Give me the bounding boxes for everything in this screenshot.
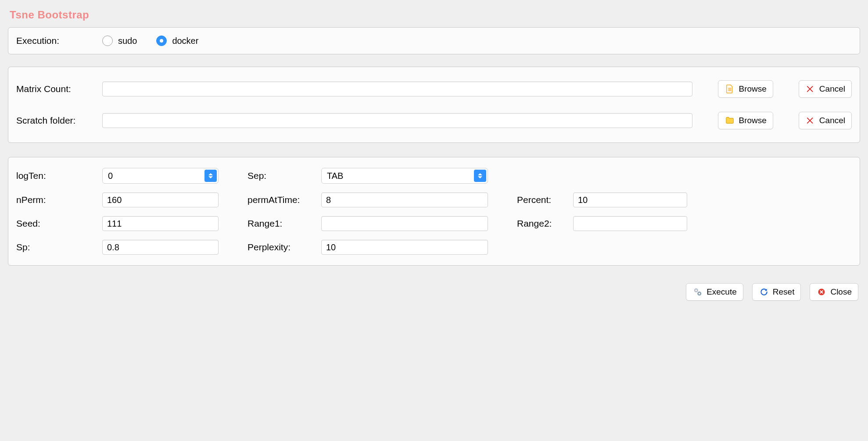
select-value: 0 [108,171,113,181]
button-label: Cancel [819,84,845,94]
nperm-input[interactable] [102,192,219,207]
footer-bar: Execute Reset Close [8,280,860,301]
seed-input[interactable] [102,216,219,231]
page-title: Tsne Bootstrap [8,5,860,27]
permattime-label: permAtTime: [247,195,313,205]
perplexity-label: Perplexity: [247,242,313,253]
cancel-x-icon [805,115,816,126]
scratch-cancel-button[interactable]: Cancel [799,112,852,129]
matrix-count-label: Matrix Count: [16,84,94,94]
range1-input[interactable] [321,216,488,231]
button-label: Browse [739,116,766,125]
logten-label: logTen: [16,171,94,181]
scratch-folder-label: Scratch folder: [16,115,94,126]
sep-label: Sep: [247,171,313,181]
file-icon [725,84,735,94]
sp-input[interactable] [102,240,219,255]
close-button[interactable]: Close [810,283,858,301]
execute-button[interactable]: Execute [686,283,743,301]
button-label: Browse [739,84,766,94]
scratch-browse-button[interactable]: Browse [718,112,773,129]
svg-point-1 [696,290,697,292]
execution-label: Execution: [16,36,94,46]
button-label: Reset [773,287,795,297]
seed-label: Seed: [16,218,94,229]
execution-panel: Execution: sudo docker [8,27,860,54]
nperm-label: nPerm: [16,195,94,205]
matrix-browse-button[interactable]: Browse [718,80,773,98]
button-label: Execute [707,287,737,297]
radio-label: docker [172,36,198,46]
scratch-folder-input[interactable] [102,113,692,128]
execution-radio-docker[interactable]: docker [156,36,198,46]
chevron-updown-icon [204,170,217,182]
chevron-updown-icon [474,170,486,182]
close-circle-icon [816,287,827,297]
percent-input[interactable] [573,192,687,207]
permattime-input[interactable] [321,192,488,207]
svg-point-3 [699,293,700,295]
sep-select[interactable]: TAB [321,168,488,184]
percent-label: Percent: [517,195,565,205]
radio-icon [156,36,167,46]
range2-label: Range2: [517,218,565,229]
files-panel: Matrix Count: Browse Cancel Scratch fold… [8,67,860,143]
reset-button[interactable]: Reset [752,283,801,301]
gears-icon [692,287,703,297]
radio-icon [102,36,113,46]
matrix-count-input[interactable] [102,82,692,96]
execution-radio-sudo[interactable]: sudo [102,36,137,46]
params-panel: logTen: 0 Sep: TAB nPerm: permAtTime: Pe… [8,157,860,266]
logten-select[interactable]: 0 [102,168,219,184]
perplexity-input[interactable] [321,240,488,255]
execution-radio-group: sudo docker [102,36,198,46]
button-label: Cancel [819,116,845,125]
sp-label: Sp: [16,242,94,253]
radio-label: sudo [118,36,137,46]
select-value: TAB [327,171,343,181]
range1-label: Range1: [247,218,313,229]
refresh-icon [759,287,769,297]
button-label: Close [830,287,852,297]
range2-input[interactable] [573,216,687,231]
folder-icon [725,115,735,126]
matrix-cancel-button[interactable]: Cancel [799,80,852,98]
cancel-x-icon [805,84,816,94]
